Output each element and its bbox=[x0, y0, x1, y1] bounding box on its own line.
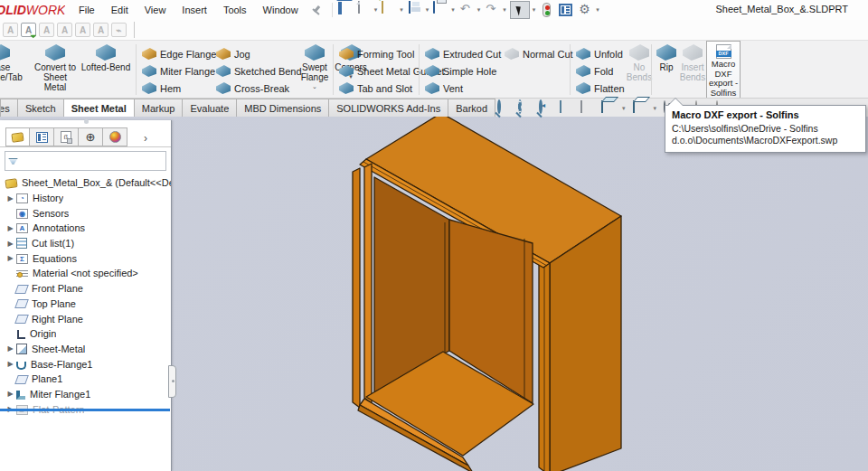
menu-window[interactable]: Window bbox=[257, 3, 305, 17]
base-flange-tab-button[interactable]: Base Flange/Tab bbox=[0, 41, 33, 97]
macro-dxf-export-button[interactable]: Macro DXF export - Solfins bbox=[706, 41, 741, 98]
tab-solidworks-add-ins[interactable]: SOLIDWORKS Add-Ins bbox=[329, 99, 448, 118]
tab-markup[interactable]: Markup bbox=[135, 99, 184, 118]
menu-view[interactable]: View bbox=[138, 3, 173, 17]
tab-displaymanager[interactable] bbox=[103, 127, 127, 146]
tab-features[interactable]: Features bbox=[0, 99, 18, 118]
tab-evaluate[interactable]: Evaluate bbox=[183, 99, 237, 118]
panel-splitter-handle[interactable] bbox=[168, 365, 176, 398]
section-view-icon[interactable] bbox=[560, 101, 574, 116]
rebuild-traffic-light-icon[interactable] bbox=[542, 3, 551, 17]
model-3d-sheet-metal-box[interactable] bbox=[172, 117, 868, 471]
tree-item-cut-list[interactable]: ▶Cut list(1) bbox=[0, 236, 171, 251]
expand-arrow-icon[interactable]: ▶ bbox=[6, 390, 14, 398]
tree-item-right-plane[interactable]: ▶Right Plane bbox=[0, 311, 171, 326]
options-gear-icon[interactable] bbox=[577, 2, 593, 18]
menu-tools[interactable]: Tools bbox=[217, 3, 253, 17]
tree-item-top-plane[interactable]: ▶Top Plane bbox=[0, 297, 171, 312]
macro-toolbar-icon[interactable]: A bbox=[57, 23, 72, 37]
edge-flange-button[interactable]: Edge Flange bbox=[139, 45, 213, 62]
chevron-down-icon[interactable]: ▾ bbox=[654, 105, 657, 112]
pin-menu-icon[interactable] bbox=[310, 4, 323, 16]
tab-propertymanager[interactable] bbox=[30, 127, 54, 146]
sheet-metal-gusset-button[interactable]: Sheet Metal Gusset bbox=[336, 62, 418, 80]
tab-featuremanager-tree[interactable] bbox=[5, 127, 30, 146]
tree-item-material[interactable]: ▶Material <not specified> bbox=[0, 266, 171, 281]
tree-item-history[interactable]: ▶◔History bbox=[0, 191, 171, 206]
zoom-to-area-icon[interactable] bbox=[518, 101, 533, 116]
tree-item-base-flange1[interactable]: ▶Base-Flange1 bbox=[0, 356, 171, 372]
tab-sketch[interactable]: Sketch bbox=[18, 99, 64, 118]
open-icon[interactable] bbox=[381, 2, 397, 18]
menu-insert[interactable]: Insert bbox=[175, 3, 213, 17]
tree-item-plane1[interactable]: ▶Plane1 bbox=[0, 372, 171, 387]
jog-button[interactable]: Jog bbox=[213, 45, 297, 62]
rollback-bar[interactable] bbox=[0, 409, 170, 411]
panel-tabs-overflow-icon[interactable]: › bbox=[144, 132, 147, 146]
expand-arrow-icon[interactable]: ▶ bbox=[6, 254, 14, 262]
macro-toolbar-icon[interactable]: A bbox=[39, 23, 54, 37]
expand-arrow-icon[interactable]: ▶ bbox=[6, 360, 14, 368]
fold-button[interactable]: Fold bbox=[573, 62, 626, 80]
tab-and-slot-button[interactable]: Tab and Slot bbox=[336, 80, 418, 97]
expand-arrow-icon[interactable]: ▶ bbox=[6, 240, 14, 248]
chevron-down-icon[interactable]: ▾ bbox=[426, 6, 429, 14]
tab-dimxpertmanager[interactable]: ⊕ bbox=[79, 127, 103, 146]
hem-button[interactable]: Hem bbox=[139, 80, 213, 97]
tree-item-origin[interactable]: ▶Origin bbox=[0, 326, 171, 342]
chevron-down-icon[interactable]: ▾ bbox=[622, 105, 626, 112]
home-icon[interactable] bbox=[336, 2, 353, 18]
tab-configurationmanager[interactable]: ß bbox=[54, 127, 79, 146]
sketched-bend-button[interactable]: Sketched Bend bbox=[213, 62, 297, 80]
vent-button[interactable]: Vent bbox=[422, 80, 502, 97]
cross-break-button[interactable]: Cross-Break bbox=[213, 80, 297, 97]
flatten-button[interactable]: Flatten bbox=[573, 80, 626, 97]
expand-arrow-icon[interactable]: ▶ bbox=[6, 194, 14, 203]
task-pane-icon[interactable] bbox=[559, 4, 572, 16]
chevron-down-icon[interactable]: ▾ bbox=[477, 6, 481, 14]
miter-flange-button[interactable]: Miter Flange bbox=[139, 62, 213, 80]
macro-toolbar-icon[interactable]: ⌁ bbox=[111, 23, 127, 37]
chevron-down-icon[interactable]: ▾ bbox=[451, 6, 455, 14]
view-orientation-icon[interactable] bbox=[601, 101, 616, 116]
display-style-icon[interactable] bbox=[633, 101, 647, 116]
macro-toolbar-icon[interactable]: A bbox=[3, 23, 18, 37]
tree-item-sheet-metal[interactable]: ▶Sheet-Metal bbox=[0, 342, 171, 357]
panel-drag-handle[interactable] bbox=[84, 119, 89, 124]
normal-cut-button[interactable]: Normal Cut bbox=[502, 45, 571, 62]
chevron-down-icon[interactable]: ▾ bbox=[400, 6, 403, 14]
tree-root-part[interactable]: Sheet_Metal_Box_& (Default<<Default> bbox=[0, 175, 171, 191]
macro-toolbar-icon-active[interactable]: A bbox=[21, 23, 36, 37]
simple-hole-button[interactable]: Simple Hole bbox=[422, 62, 502, 80]
new-document-icon[interactable] bbox=[355, 2, 372, 18]
chevron-down-icon[interactable]: ▾ bbox=[533, 6, 536, 14]
dynamic-annotation-views-icon[interactable] bbox=[580, 101, 595, 116]
unfold-button[interactable]: Unfold bbox=[573, 45, 626, 62]
chevron-down-icon[interactable]: ▾ bbox=[503, 6, 506, 14]
chevron-down-icon[interactable]: ▾ bbox=[374, 6, 378, 14]
previous-view-icon[interactable]: ◂ bbox=[539, 101, 553, 116]
print-icon[interactable] bbox=[432, 2, 448, 18]
menu-file[interactable]: File bbox=[72, 3, 101, 17]
expand-arrow-icon[interactable]: ▶ bbox=[6, 344, 14, 353]
forming-tool-button[interactable]: Forming Tool bbox=[336, 45, 418, 62]
macro-toolbar-icon[interactable]: A bbox=[75, 23, 90, 37]
tree-item-annotations[interactable]: ▶AAnnotations bbox=[0, 221, 171, 236]
tree-item-miter-flange1[interactable]: ▶Miter Flange1 bbox=[0, 387, 171, 402]
tree-filter-input[interactable] bbox=[18, 153, 165, 169]
select-tool-button[interactable] bbox=[510, 1, 530, 19]
chevron-down-icon[interactable]: ▾ bbox=[596, 6, 599, 14]
extruded-cut-button[interactable]: Extruded Cut bbox=[422, 45, 502, 62]
lofted-bend-button[interactable]: Lofted-Bend bbox=[78, 41, 134, 97]
rip-button[interactable]: Rip bbox=[654, 41, 679, 97]
tab-barkod[interactable]: Barkod bbox=[448, 99, 495, 118]
undo-icon[interactable] bbox=[458, 2, 475, 18]
zoom-to-fit-icon[interactable] bbox=[497, 101, 512, 116]
tree-item-sensors[interactable]: ▶◉Sensors bbox=[0, 205, 171, 221]
tab-mbd-dimensions[interactable]: MBD Dimensions bbox=[237, 99, 329, 118]
swept-flange-button[interactable]: Swept Flange⌄ bbox=[297, 41, 333, 97]
tab-sheet-metal[interactable]: Sheet Metal bbox=[64, 99, 135, 118]
convert-to-sheet-metal-button[interactable]: Convert to Sheet Metal bbox=[33, 41, 78, 97]
save-icon[interactable] bbox=[407, 2, 423, 18]
menu-edit[interactable]: Edit bbox=[105, 3, 135, 17]
